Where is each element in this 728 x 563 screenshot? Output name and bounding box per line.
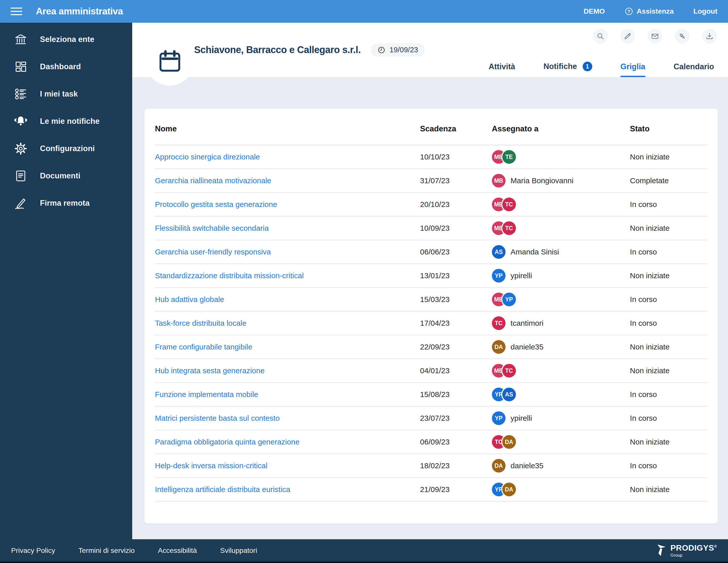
table-row: Standardizzazione distribuita mission-cr… (155, 264, 707, 287)
current-date: 19/09/23 (390, 46, 418, 54)
task-name-link[interactable]: Hub adattiva globale (155, 295, 224, 303)
date-pill: 19/09/23 (371, 43, 425, 57)
assignee-cell: YPDA (492, 483, 516, 496)
prodigys-logo: PRODIGYS® Group (657, 544, 717, 557)
assignee-cell: MBTC (492, 198, 516, 211)
notification-badge: 1 (583, 62, 592, 71)
assignee-name: tcantimori (511, 319, 543, 327)
table-row: Flessibilità switchabile secondaria 10/0… (155, 216, 707, 240)
assignee-cell: MBTC (492, 221, 516, 235)
task-name-link[interactable]: Approccio sinergica direzionale (155, 153, 260, 161)
task-grid-card: Nome Scadenza Assegnato a Stato Approcci… (144, 109, 718, 524)
task-name-link[interactable]: Gerarchia riallineata motivazionale (155, 176, 271, 185)
tab-griglia[interactable]: Griglia (621, 62, 645, 77)
task-due: 20/10/23 (420, 193, 492, 216)
assignee-avatar: DA (492, 340, 506, 354)
sidebar: Seleziona ente Dashboard I miei task Le … (0, 23, 132, 539)
edit-button[interactable] (620, 29, 635, 43)
user-menu-demo[interactable]: DEMO (584, 7, 605, 15)
connection-button[interactable] (675, 29, 690, 43)
task-due: 10/09/23 (420, 216, 492, 240)
task-due: 13/01/23 (420, 264, 492, 287)
assignee-avatar: DA (502, 435, 516, 449)
task-due: 15/03/23 (420, 287, 492, 311)
help-icon: ? (625, 7, 633, 16)
assistance-link[interactable]: ? Assistenza (625, 7, 674, 16)
task-due: 22/09/23 (420, 335, 492, 359)
task-due: 17/04/23 (420, 311, 492, 335)
task-name-link[interactable]: Protocollo gestita sesta generazione (155, 200, 277, 209)
document-icon (14, 169, 27, 183)
topbar: Area amministrativa DEMO ? Assistenza Lo… (0, 0, 728, 23)
table-row: Matrici persistente basta sul contesto 2… (155, 406, 707, 430)
task-name-link[interactable]: Flessibilità switchabile secondaria (155, 224, 269, 232)
topbar-actions: DEMO ? Assistenza Logout (584, 7, 717, 16)
assignee-cell: MBMaria Bongiovanni (492, 174, 573, 188)
table-row: Frame configurabile tangibile 22/09/23 D… (155, 335, 707, 359)
task-due: 21/09/23 (420, 478, 492, 501)
sidebar-item-documenti[interactable]: Documenti (0, 162, 132, 190)
assignee-avatar: AS (492, 245, 506, 259)
task-status: In corso (630, 454, 707, 478)
page-title: Schiavone, Barracco e Callegaro s.r.l. (194, 45, 361, 55)
hamburger-menu-icon[interactable] (11, 8, 23, 15)
bank-icon (14, 33, 27, 46)
sidebar-item-dashboard[interactable]: Dashboard (0, 53, 132, 80)
mail-button[interactable] (648, 29, 662, 43)
assignee-cell: TCDA (492, 435, 516, 449)
assignee-avatar: TC (502, 364, 516, 377)
task-status: In corso (630, 287, 707, 311)
task-status: Non iniziate (630, 264, 707, 287)
assignee-cell: DAdaniele35 (492, 340, 543, 354)
tasks-icon (14, 87, 27, 101)
download-button[interactable] (702, 29, 717, 43)
task-name-link[interactable]: Funzione implementata mobile (155, 390, 258, 398)
task-name-link[interactable]: Frame configurabile tangibile (155, 343, 252, 351)
clock-icon (377, 46, 385, 54)
table-row: Protocollo gestita sesta generazione 20/… (155, 193, 707, 216)
assignee-cell: MBYP (492, 292, 516, 306)
sidebar-item-firma-remota[interactable]: Firma remota (0, 190, 132, 217)
task-name-link[interactable]: Hub integrata sesta generazione (155, 366, 265, 375)
footer-link-privacy[interactable]: Privacy Policy (11, 547, 55, 555)
mail-icon (651, 32, 659, 40)
task-status: In corso (630, 193, 707, 216)
task-name-link[interactable]: Standardizzazione distribuita mission-cr… (155, 272, 304, 280)
sidebar-item-i-miei-task[interactable]: I miei task (0, 80, 132, 108)
task-status: Non iniziate (630, 359, 707, 382)
assignee-cell: MBTE (492, 150, 516, 164)
column-header-stato: Stato (630, 109, 707, 145)
tab-calendario[interactable]: Calendario (674, 62, 714, 77)
task-name-link[interactable]: Help-desk inversa mission-critical (155, 461, 267, 470)
task-status: Completate (630, 169, 707, 193)
task-status: In corso (630, 382, 707, 406)
footer-link-termini[interactable]: Termini di servizio (78, 547, 135, 555)
task-status: Non iniziate (630, 335, 707, 359)
task-name-link[interactable]: Matrici persistente basta sul contesto (155, 414, 280, 422)
connection-icon (678, 32, 686, 40)
task-due: 18/02/23 (420, 454, 492, 478)
entity-header: Schiavone, Barracco e Callegaro s.r.l. 1… (132, 23, 728, 77)
assignee-cell: MBTC (492, 364, 516, 377)
task-name-link[interactable]: Gerarchia user-friendly responsiva (155, 248, 271, 256)
tab-attivita[interactable]: Attività (489, 62, 515, 77)
sidebar-item-le-mie-notifiche[interactable]: Le mie notifiche (0, 108, 132, 135)
footer-link-accessibilita[interactable]: Accessibilità (158, 547, 197, 555)
assignee-name: Amanda Sinisi (511, 248, 559, 256)
assignee-name: Maria Bongiovanni (511, 176, 573, 185)
task-name-link[interactable]: Intelligenza artificiale distribuita eur… (155, 485, 290, 493)
task-name-link[interactable]: Task-force distribuita locale (155, 319, 246, 327)
logout-link[interactable]: Logout (693, 7, 717, 15)
sidebar-item-seleziona-ente[interactable]: Seleziona ente (0, 26, 132, 53)
task-name-link[interactable]: Paradigma obbligatoria quinta generazion… (155, 438, 300, 446)
table-row: Funzione implementata mobile 15/08/23 YP… (155, 382, 707, 406)
task-status: Non iniziate (630, 430, 707, 454)
table-row: Hub adattiva globale 15/03/23 MBYP In co… (155, 287, 707, 311)
task-status: In corso (630, 406, 707, 430)
search-button[interactable] (593, 29, 608, 43)
footer-link-sviluppatori[interactable]: Sviluppatori (220, 547, 257, 555)
column-header-nome: Nome (155, 109, 420, 145)
tab-notifiche[interactable]: Notifiche 1 (543, 62, 592, 77)
sidebar-item-configurazioni[interactable]: Configurazioni (0, 135, 132, 162)
table-row: Gerarchia user-friendly responsiva 06/06… (155, 240, 707, 264)
